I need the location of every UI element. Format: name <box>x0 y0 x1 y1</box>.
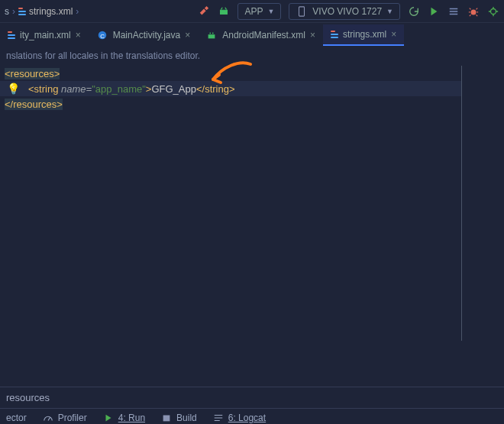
java-class-icon: C <box>96 29 108 41</box>
breadcrumb-file-label: strings.xml <box>29 6 73 17</box>
tool-build[interactable]: Build <box>160 412 197 424</box>
svg-point-6 <box>212 33 214 34</box>
close-icon[interactable]: × <box>310 30 315 40</box>
logcat-icon <box>212 412 225 424</box>
editor-viewport[interactable]: <resources> 💡 <string name="app_name">GF… <box>0 66 504 341</box>
close-icon[interactable]: × <box>391 29 396 40</box>
editor-tabs: ity_main.xml × C MainActivity.java × And… <box>0 23 504 46</box>
lightbulb-icon[interactable]: 💡 <box>5 83 22 95</box>
chevron-down-icon: ▼ <box>267 8 274 15</box>
editor-right-margin <box>461 66 504 341</box>
android-icon <box>205 29 218 41</box>
svg-rect-7 <box>163 416 170 422</box>
svg-rect-0 <box>299 6 305 15</box>
svg-point-5 <box>210 33 212 34</box>
tab-label: AndroidManifest.xml <box>222 30 305 40</box>
tool-run[interactable]: 4: Run <box>102 412 145 424</box>
play-icon <box>102 412 115 424</box>
svg-text:C: C <box>100 33 105 40</box>
tab-strings[interactable]: strings.xml × <box>323 24 404 46</box>
xml-file-icon <box>331 31 338 38</box>
breadcrumb-separator: › <box>12 6 15 17</box>
sync-icon[interactable] <box>408 5 420 18</box>
tab-label: MainActivity.java <box>113 30 180 40</box>
tab-activity-main[interactable]: ity_main.xml × <box>0 24 89 46</box>
device-selector[interactable]: VIVO VIVO 1727 ▼ <box>289 3 400 20</box>
breadcrumb-separator: › <box>76 6 79 17</box>
device-label: VIVO VIVO 1727 <box>312 6 382 17</box>
build-hammer-icon[interactable] <box>198 5 210 18</box>
breadcrumb: s › strings.xml › <box>5 6 79 17</box>
debug-list-icon[interactable] <box>447 5 460 18</box>
run-icon[interactable] <box>428 5 440 18</box>
tab-label: strings.xml <box>343 29 386 40</box>
xml-file-icon <box>18 8 26 15</box>
breadcrumb-file[interactable]: strings.xml <box>18 6 73 17</box>
tab-mainactivity[interactable]: C MainActivity.java × <box>89 24 199 46</box>
close-icon[interactable]: × <box>185 30 190 40</box>
run-config-selector[interactable]: APP ▼ <box>237 3 281 20</box>
close-icon[interactable]: × <box>76 30 81 40</box>
tool-layout-inspector[interactable]: ector <box>6 413 27 423</box>
svg-point-2 <box>491 8 496 14</box>
phone-icon <box>296 5 308 18</box>
annotation-arrow-icon <box>208 60 254 89</box>
code-line: </resources> <box>0 96 461 112</box>
android-icon <box>218 5 230 18</box>
tool-logcat[interactable]: 6: Logcat <box>212 412 266 424</box>
xml-file-icon <box>8 31 15 39</box>
breadcrumb-bar[interactable]: resources <box>0 387 504 408</box>
breadcrumb-seg: s <box>5 6 9 17</box>
tab-manifest[interactable]: AndroidManifest.xml × <box>198 24 323 46</box>
svg-point-1 <box>471 9 477 15</box>
run-config-label: APP <box>244 6 263 17</box>
chevron-down-icon: ▼ <box>386 8 393 15</box>
bottom-toolwindow-bar: ector Profiler 4: Run Build 6: Logcat <box>0 409 504 424</box>
gauge-icon <box>42 412 54 424</box>
bug-icon[interactable] <box>467 5 480 18</box>
build-icon <box>160 412 173 424</box>
attach-debug-icon[interactable] <box>487 5 499 18</box>
tab-label: ity_main.xml <box>20 30 71 40</box>
tool-profiler[interactable]: Profiler <box>42 412 87 424</box>
